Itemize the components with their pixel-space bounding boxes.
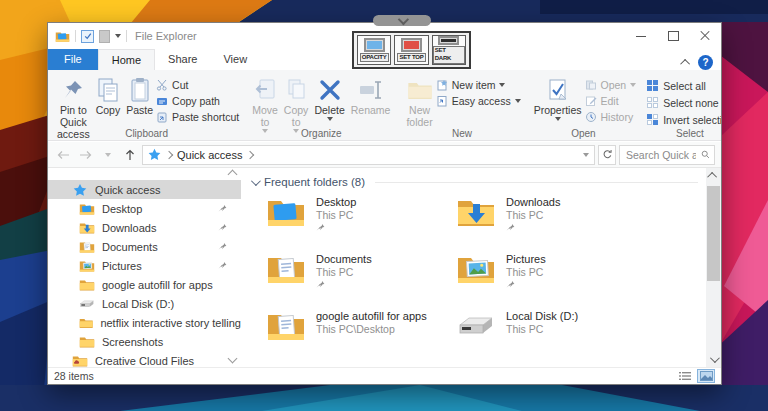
folder-tile[interactable]: Desktop This PC [266,195,456,252]
sidebar-item[interactable]: Downloads [48,218,241,237]
ribbon: Pin to Quick access Copy [48,70,721,141]
folder-tile[interactable]: Pictures This PC [456,252,646,309]
folder-tile[interactable]: Downloads This PC [456,195,646,252]
pushpin-icon [61,75,85,105]
paste-shortcut-button[interactable]: Paste shortcut [156,111,239,123]
customize-qat-caret[interactable] [115,34,121,38]
address-dropdown-caret[interactable] [583,153,589,157]
folder-tile-name: google autofill for apps [316,310,427,322]
button-label: Open [601,79,627,91]
up-button[interactable] [120,145,139,164]
button-label: Paste shortcut [172,111,239,123]
easy-access-button[interactable]: Easy access [436,95,521,107]
details-view-button[interactable] [676,369,694,383]
ribbon-tab[interactable]: Share [155,49,210,70]
details-view-icon [679,371,691,381]
move-to-button[interactable]: Move to [249,74,281,134]
chevron-down-icon [105,153,111,157]
sidebar-item[interactable]: google autofill for apps [48,275,241,294]
sidebar-item-icon [79,335,95,349]
sidebar-scroll-up-arrow[interactable] [228,170,238,180]
search-box[interactable] [619,145,715,165]
section-header[interactable]: Frequent folders (8) [241,168,706,192]
copy-to-button[interactable]: Copy to [281,74,312,134]
sidebar-item[interactable]: Desktop [48,199,241,218]
ribbon-tab[interactable]: Home [98,49,155,70]
scrollbar-thumb[interactable] [707,186,720,281]
minimize-button[interactable] [625,23,657,49]
thumbnail-view-button[interactable] [697,369,715,383]
overlay-button[interactable]: OPACITY [357,35,391,65]
copy-path-icon [156,95,168,107]
cut-button[interactable]: Cut [156,79,239,91]
tab-file[interactable]: File [48,49,98,70]
vertical-scrollbar[interactable] [706,168,721,367]
breadcrumb-quick-access[interactable]: Quick access [177,149,242,161]
copy-button[interactable]: Copy [93,74,124,118]
folder-tile[interactable]: google autofill for apps This PC\Desktop [266,309,456,366]
invert-selection-button[interactable]: Invert selection [646,113,721,126]
rename-button[interactable]: Rename [348,74,394,118]
new-folder-button[interactable]: New folder [403,74,435,130]
button-label: History [601,111,634,123]
sidebar-item-icon [79,297,95,311]
sidebar-item[interactable]: Screenshots [48,332,241,351]
sidebar-item[interactable]: Pictures [48,256,241,275]
minimize-ribbon-button[interactable] [683,59,690,66]
folder-tile-location: This PC [316,209,356,221]
properties-qat-icon[interactable] [81,30,94,43]
sidebar-item[interactable]: Documents [48,237,241,256]
sidebar-item-icon [79,221,95,235]
breadcrumb-chevron-icon[interactable] [165,150,173,158]
sidebar-item[interactable]: Creative Cloud Files [48,351,241,367]
minimize-icon [636,36,646,37]
new-item-button[interactable]: New item [436,79,521,91]
paste-button[interactable]: Paste [123,74,156,118]
new-folder-qat-icon[interactable] [99,30,110,43]
pin-icon [316,280,325,289]
file-list-pane: Frequent folders (8) Desktop This PC [241,168,706,367]
overlay-drag-handle[interactable] [373,15,431,26]
forward-button[interactable] [76,145,95,164]
scroll-down-button[interactable] [706,352,721,367]
delete-button[interactable]: Delete [311,74,347,122]
chevron-up-icon [707,172,717,182]
close-button[interactable] [689,23,721,49]
search-input[interactable] [624,148,698,162]
properties-button[interactable]: Properties [531,74,585,122]
button-label: New folder [406,105,432,129]
search-icon [701,149,710,160]
pin-icon [218,242,227,251]
open-button[interactable]: Open [585,79,637,91]
overlay-button[interactable]: SET DARK [432,35,466,65]
back-button[interactable] [54,145,73,164]
pin-icon [506,280,515,289]
scroll-up-button[interactable] [706,168,721,183]
divider [75,30,76,42]
sidebar-item[interactable]: Local Disk (D:) [48,294,241,313]
folder-tile[interactable]: Documents This PC [266,252,456,309]
folder-tile[interactable]: Local Disk (D:) This PC [456,309,646,366]
ribbon-tab[interactable]: View [210,49,260,70]
sidebar-item-icon [72,354,88,368]
sidebar-item[interactable]: netflix interactive story telling [48,313,241,332]
select-all-button[interactable]: Select all [646,79,721,92]
address-bar[interactable]: Quick access [142,145,595,165]
recent-locations-button[interactable] [98,145,117,164]
pin-icon [218,223,227,232]
history-button[interactable]: History [585,111,637,123]
sidebar-item[interactable]: Quick access [48,180,241,199]
history-clock-icon [585,111,597,123]
folder-tile-location: This PC [506,323,578,335]
breadcrumb-chevron-icon[interactable] [246,150,254,158]
edit-button[interactable]: Edit [585,95,637,107]
overlay-button[interactable]: SET TOP [394,35,428,65]
help-button[interactable]: ? [698,55,713,70]
maximize-button[interactable] [657,23,689,49]
ribbon-group-select: Select all Select none [641,70,721,140]
refresh-button[interactable] [598,145,616,165]
folder-tile-icon [456,195,496,229]
select-none-button[interactable]: Select none [646,96,721,109]
copy-path-button[interactable]: Copy path [156,95,239,107]
collapse-chevron-icon[interactable] [251,176,261,186]
